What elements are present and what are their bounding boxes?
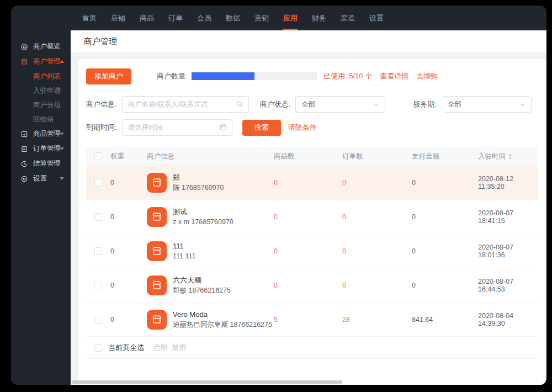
cell-join-time: 2020-08-12 11:35:20 bbox=[478, 175, 538, 190]
nav-apps-active[interactable]: 应用 bbox=[276, 6, 305, 30]
cell-payment: 841.64 bbox=[412, 316, 478, 324]
sidebar-item-settlement-management[interactable]: 结算管理 bbox=[11, 156, 71, 171]
view-detail-link[interactable]: 查看详情 bbox=[380, 71, 408, 81]
horizontal-scrollbar[interactable] bbox=[72, 380, 342, 384]
status-select[interactable]: 全部 bbox=[295, 96, 385, 113]
merchant-contact: z x m 17685760970 bbox=[173, 217, 233, 227]
nav-home[interactable]: 首页 bbox=[75, 6, 104, 30]
sidebar-item-order-management[interactable]: 订单管理 bbox=[11, 141, 71, 156]
cell-products[interactable]: 0 bbox=[274, 179, 342, 187]
sidebar-item-settings[interactable]: 设置 bbox=[11, 171, 71, 186]
nav-members[interactable]: 会员 bbox=[190, 6, 219, 30]
table-row[interactable]: 0 111 111 111 0 0 bbox=[86, 234, 538, 268]
select-page-checkbox[interactable] bbox=[94, 344, 102, 352]
sidebar-item-recycle[interactable]: 回收站 bbox=[11, 112, 71, 126]
cell-join-time: 2020-08-07 18:01:36 bbox=[478, 243, 538, 259]
col-header-weight: 权重 bbox=[110, 152, 147, 161]
cell-orders[interactable]: 0 bbox=[342, 247, 412, 255]
nav-marketing[interactable]: 营销 bbox=[247, 6, 276, 30]
disable-button[interactable]: 禁用 bbox=[172, 343, 186, 353]
nav-data[interactable]: 数据 bbox=[219, 6, 247, 30]
select-all-label: 当前页全选 bbox=[108, 343, 144, 353]
nav-orders[interactable]: 订单 bbox=[161, 6, 190, 30]
merchant-contact: 111 111 bbox=[173, 251, 195, 261]
quota-progress-bar bbox=[192, 72, 317, 80]
merchant-info-input[interactable] bbox=[122, 96, 249, 113]
sidebar-item-merchant-overview[interactable]: 商户概览 bbox=[11, 39, 71, 54]
content-area: 添加商户 商户数量 已使用: 5/10 个 查看详情 去增购 商户信息: bbox=[71, 52, 546, 385]
page-title-bar: 商户管理 bbox=[71, 30, 546, 52]
enable-button[interactable]: 启用 bbox=[153, 343, 167, 353]
table-row[interactable]: 0 郑 陈 17685760970 0 bbox=[86, 166, 538, 200]
row-checkbox[interactable] bbox=[94, 316, 102, 324]
expire-time-input[interactable] bbox=[122, 119, 232, 136]
sidebar-label: 订单管理 bbox=[33, 144, 61, 153]
search-button[interactable]: 搜索 bbox=[242, 120, 281, 136]
merchant-info-label: 商户信息: bbox=[86, 99, 117, 109]
nav-channels[interactable]: 渠道 bbox=[333, 6, 362, 30]
nav-shop[interactable]: 店铺 bbox=[104, 6, 132, 30]
table-row[interactable]: 0 Vero Moda 迪丽热巴阿尔卑斯 18766216275 bbox=[86, 303, 538, 337]
select-all-checkbox[interactable] bbox=[94, 152, 102, 160]
sort-icon[interactable] bbox=[508, 153, 512, 159]
nav-settings[interactable]: 设置 bbox=[362, 6, 391, 30]
chevron-down-icon bbox=[60, 147, 64, 150]
merchant-name[interactable]: 郑 bbox=[173, 173, 224, 183]
buy-more-link[interactable]: 去增购 bbox=[416, 71, 438, 81]
chevron-down-icon bbox=[373, 101, 380, 108]
sidebar-item-apply[interactable]: 入驻申请 bbox=[11, 83, 71, 98]
toolbar: 添加商户 商户数量 已使用: 5/10 个 查看详情 去增购 bbox=[86, 68, 538, 84]
merchant-contact: 郑敏 18766216275 bbox=[173, 285, 231, 295]
row-checkbox[interactable] bbox=[94, 282, 102, 289]
add-merchant-button[interactable]: 添加商户 bbox=[86, 68, 131, 84]
cell-products[interactable]: 0 bbox=[274, 213, 342, 221]
sidebar-label: 商户概览 bbox=[33, 42, 61, 51]
nav-products[interactable]: 商品 bbox=[132, 6, 161, 30]
sidebar: 商户概览 商户管理 商户列表 入驻申请 商户分组 回收站 商品管理 bbox=[11, 30, 71, 385]
merchant-name[interactable]: 六六大顺 bbox=[173, 276, 231, 285]
expire-time-field bbox=[122, 119, 232, 136]
cell-payment: 0 bbox=[412, 247, 478, 255]
cell-orders[interactable]: 0 bbox=[342, 179, 412, 187]
calendar-icon bbox=[219, 123, 227, 131]
service-period-select[interactable]: 全部 bbox=[442, 96, 532, 113]
chevron-down-icon bbox=[60, 177, 64, 180]
settlement-icon bbox=[20, 160, 28, 168]
cell-products[interactable]: 0 bbox=[274, 247, 342, 255]
chevron-up-icon bbox=[60, 60, 64, 63]
sidebar-item-merchant-list[interactable]: 商户列表 bbox=[11, 69, 71, 83]
col-header-join-time[interactable]: 入驻时间 bbox=[478, 152, 506, 161]
merchant-name[interactable]: Vero Moda bbox=[173, 310, 272, 320]
sidebar-item-merchant-management[interactable]: 商户管理 bbox=[11, 54, 71, 69]
cell-orders[interactable]: 0 bbox=[342, 213, 412, 221]
row-checkbox[interactable] bbox=[94, 213, 102, 221]
status-label: 商户状态: bbox=[260, 99, 291, 109]
nav-finance[interactable]: 财务 bbox=[305, 6, 333, 30]
top-navbar: 首页 店铺 商品 订单 会员 数据 营销 应用 财务 渠道 设置 bbox=[11, 6, 546, 30]
cell-payment: 0 bbox=[412, 213, 478, 221]
sidebar-item-groups[interactable]: 商户分组 bbox=[11, 98, 71, 112]
row-checkbox[interactable] bbox=[94, 179, 102, 187]
cell-payment: 0 bbox=[412, 282, 478, 289]
cell-orders[interactable]: 0 bbox=[342, 282, 412, 289]
merchant-avatar bbox=[147, 173, 167, 193]
cell-orders[interactable]: 28 bbox=[342, 316, 412, 324]
merchant-card: 添加商户 商户数量 已使用: 5/10 个 查看详情 去增购 商户信息: bbox=[78, 59, 545, 385]
col-header-payment: 支付金额 bbox=[412, 152, 478, 161]
sidebar-item-product-management[interactable]: 商品管理 bbox=[11, 126, 71, 141]
cell-join-time: 2020-08-04 14:39:30 bbox=[478, 312, 538, 327]
clear-filters-link[interactable]: 清除条件 bbox=[288, 123, 317, 133]
table-row[interactable]: 0 六六大顺 郑敏 18766216275 0 bbox=[86, 268, 538, 303]
expire-time-label: 到期时间: bbox=[86, 123, 117, 133]
col-header-merchant-info: 商户信息 bbox=[147, 152, 274, 161]
merchant-name[interactable]: 111 bbox=[173, 241, 195, 251]
cell-weight: 0 bbox=[110, 247, 147, 255]
cell-products[interactable]: 0 bbox=[274, 282, 342, 289]
merchant-name[interactable]: 测试 bbox=[173, 207, 233, 217]
row-checkbox[interactable] bbox=[94, 247, 102, 255]
merchant-avatar bbox=[147, 241, 167, 261]
cell-products[interactable]: 5 bbox=[274, 316, 342, 324]
gear-icon bbox=[20, 175, 28, 183]
merchant-avatar bbox=[147, 207, 167, 227]
table-row[interactable]: 0 测试 z x m 17685760970 0 bbox=[86, 200, 538, 234]
